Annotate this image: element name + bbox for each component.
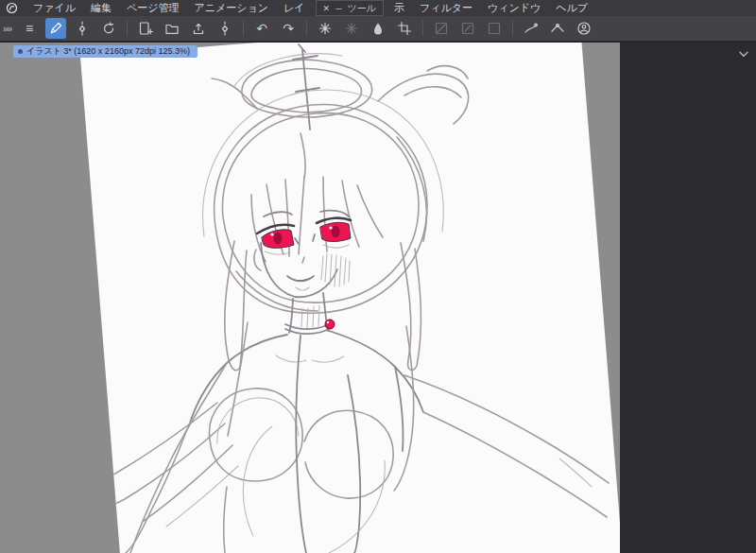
crop-icon [397, 21, 412, 36]
redo-button[interactable]: ↷ [278, 18, 299, 39]
right-dock-panel [620, 43, 756, 553]
crop-frame-button[interactable] [394, 18, 415, 39]
page-switcher-2-button[interactable] [215, 18, 235, 39]
close-icon[interactable]: ✕ [323, 4, 331, 13]
toolbar-overflow-icon[interactable]: »» [3, 24, 11, 34]
pen-box-icon [460, 21, 475, 36]
vector-line-2-icon [550, 21, 565, 36]
toolbar-separator [512, 21, 513, 36]
paint-drop-button[interactable] [368, 18, 388, 39]
page-updown-icon [75, 21, 90, 36]
rotate-reset-button[interactable] [98, 18, 119, 39]
hamburger-icon: ≡ [26, 22, 33, 35]
menu-view-partial[interactable]: 示 [387, 0, 412, 16]
minimize-icon[interactable]: ─ [335, 4, 341, 13]
page-switcher-button[interactable] [72, 18, 93, 39]
document-tab[interactable]: イラスト 3* (1620 x 2160px 72dpi 125.3%) [13, 45, 198, 58]
menu-file[interactable]: ファイル [26, 0, 83, 16]
main-menu-button[interactable]: ≡ [19, 18, 40, 39]
command-bar: »» ≡ [0, 16, 756, 42]
person-circle-icon [576, 21, 592, 36]
rotate-icon [101, 21, 116, 36]
pen-box-button[interactable] [457, 18, 478, 39]
menu-animation[interactable]: アニメーション [187, 0, 277, 16]
clip-studio-button[interactable] [574, 18, 594, 39]
vector-line-2-button[interactable] [547, 18, 568, 39]
new-canvas-icon [138, 21, 153, 36]
clip-studio-paint-window: ファイル 編集 ページ管理 アニメーション レイ ✕ ─ ツール 示 フィルター… [0, 0, 756, 553]
menu-help[interactable]: ヘルプ [548, 0, 595, 16]
page-updown-icon [217, 21, 232, 36]
vector-line-icon [524, 21, 539, 36]
chevron-down-icon[interactable] [736, 46, 751, 61]
burst-icon [318, 21, 333, 36]
pen-tool-button[interactable] [45, 18, 66, 39]
empty-box-button[interactable] [484, 18, 505, 39]
no-edit-button[interactable] [431, 18, 452, 39]
folder-icon [164, 21, 180, 36]
menu-page-management[interactable]: ページ管理 [119, 0, 187, 16]
toolbar-separator [422, 21, 423, 36]
export-button[interactable] [188, 18, 209, 39]
new-document-button[interactable] [135, 18, 156, 39]
undo-button[interactable]: ↶ [251, 18, 272, 39]
snap-burst-button[interactable] [315, 18, 335, 39]
menu-filter[interactable]: フィルター [412, 0, 480, 16]
menu-bar: ファイル 編集 ページ管理 アニメーション レイ ✕ ─ ツール 示 フィルター… [0, 0, 756, 16]
toolbar-separator [306, 21, 307, 36]
document-tab-label: イラスト 3* (1620 x 2160px 72dpi 125.3%) [26, 45, 190, 58]
empty-box-icon [487, 21, 502, 36]
vector-line-button[interactable] [521, 18, 541, 39]
pen-icon [48, 21, 63, 36]
snap-burst-2-button[interactable] [341, 18, 362, 39]
menu-layer-partial[interactable]: レイ [276, 0, 313, 16]
menu-edit[interactable]: 編集 [83, 0, 119, 16]
menu-window[interactable]: ウィンドウ [480, 0, 548, 16]
burst-icon [344, 21, 359, 36]
tool-palette-title: ツール [348, 2, 376, 15]
export-icon [191, 21, 206, 36]
floating-tool-palette-titlebar: ✕ ─ ツール [316, 0, 384, 16]
open-file-button[interactable] [162, 18, 182, 39]
unsaved-dot-icon [18, 49, 23, 54]
canvas-pasteboard: イラスト 3* (1620 x 2160px 72dpi 125.3%) [0, 43, 620, 553]
redo-icon: ↷ [283, 22, 294, 35]
paint-drop-icon [370, 21, 386, 36]
no-edit-icon [434, 21, 449, 36]
toolbar-separator [127, 21, 128, 36]
canvas[interactable] [0, 43, 620, 553]
app-logo-icon [6, 2, 18, 14]
undo-icon: ↶ [256, 22, 267, 35]
toolbar-separator [243, 21, 244, 36]
